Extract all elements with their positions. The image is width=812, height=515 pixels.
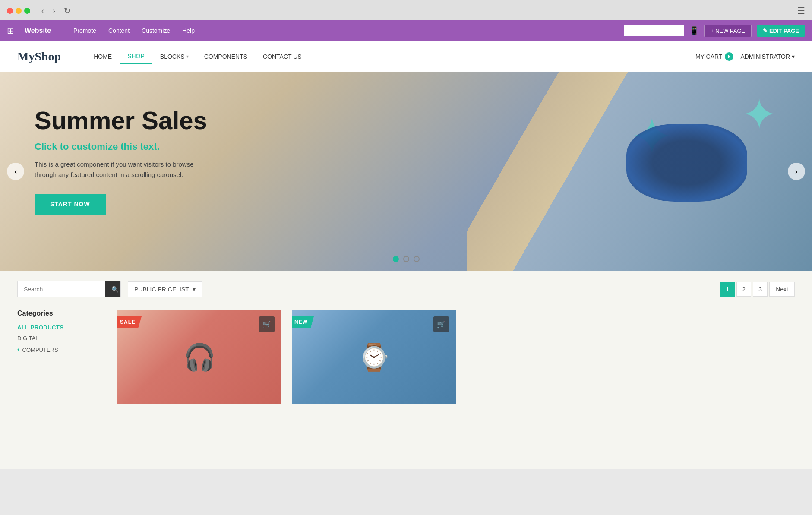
add-to-cart-button-1[interactable]: 🛒: [259, 316, 275, 332]
products-grid: 🎧 SALE 🛒 ⌚ NEW 🛒: [117, 310, 795, 404]
carousel-dots: [393, 256, 420, 262]
search-input[interactable]: [18, 281, 105, 297]
pricelist-label: PUBLIC PRICELIST: [134, 286, 189, 293]
digital-label: DIGITAL: [17, 335, 39, 341]
admin-account-arrow: ▾: [792, 53, 795, 60]
carousel-subtitle[interactable]: Click to customize this text.: [35, 141, 216, 152]
close-button[interactable]: [7, 8, 13, 14]
digital-category[interactable]: DIGITAL: [17, 335, 104, 341]
start-now-button[interactable]: START NOW: [35, 194, 106, 215]
nav-components[interactable]: COMPONENTS: [197, 50, 254, 63]
page-1-button[interactable]: 1: [720, 282, 735, 297]
browser-navigation: ‹ › ↻: [39, 5, 73, 16]
refresh-button[interactable]: ↻: [61, 5, 73, 16]
search-button[interactable]: 🔍: [105, 281, 121, 297]
nav-contact-us[interactable]: CONTACT US: [256, 50, 309, 63]
nav-shop[interactable]: SHOP: [120, 49, 152, 64]
starfish-icon-2: ✦: [741, 89, 777, 140]
admin-search-input[interactable]: [624, 25, 684, 36]
cart-link[interactable]: MY CART 5: [695, 52, 734, 61]
computers-label: COMPUTERS: [22, 347, 58, 353]
product-image-2: ⌚: [292, 310, 456, 404]
admin-nav-content[interactable]: Content: [103, 24, 135, 38]
carousel-content: Summer Sales Click to customize this tex…: [0, 72, 250, 249]
new-page-button[interactable]: + NEW PAGE: [704, 25, 752, 37]
admin-nav-customize[interactable]: Customize: [136, 24, 175, 38]
bullet-icon: •: [17, 346, 20, 354]
all-products-link[interactable]: ALL PRODUCTS: [17, 324, 104, 331]
back-button[interactable]: ‹: [39, 5, 47, 16]
browser-menu-button[interactable]: ☰: [797, 6, 805, 16]
cart-badge: 5: [725, 52, 733, 61]
carousel-description: This is a great component if you want vi…: [35, 159, 199, 180]
product-card-1: 🎧 SALE 🛒: [117, 310, 281, 404]
admin-nav-help[interactable]: Help: [177, 24, 200, 38]
shop-toolbar: 🔍 PUBLIC PRICELIST ▾ 1 2 3 Next: [17, 281, 795, 297]
sidebar: Categories ALL PRODUCTS DIGITAL • COMPUT…: [17, 310, 104, 404]
search-wrapper: 🔍: [17, 281, 121, 297]
new-badge: NEW: [292, 316, 314, 328]
sale-badge: SALE: [117, 316, 142, 328]
shop-area: 🔍 PUBLIC PRICELIST ▾ 1 2 3 Next Categori…: [0, 271, 812, 469]
admin-account-dropdown[interactable]: ADMINISTRATOR ▾: [740, 53, 795, 60]
pricelist-dropdown[interactable]: PUBLIC PRICELIST ▾: [128, 281, 202, 297]
sunglasses-decoration: [626, 124, 747, 202]
nav-home[interactable]: HOME: [87, 50, 119, 63]
carousel-dot-1[interactable]: [393, 256, 399, 262]
carousel-next-button[interactable]: ›: [788, 163, 805, 180]
admin-bar: ⊞ Website Promote Content Customize Help…: [0, 20, 812, 41]
pricelist-arrow: ▾: [193, 286, 196, 293]
mobile-preview-icon[interactable]: 📱: [689, 26, 699, 35]
admin-nav-promote[interactable]: Promote: [68, 24, 101, 38]
product-card-2: ⌚ NEW 🛒: [292, 310, 456, 404]
minimize-button[interactable]: [16, 8, 22, 14]
carousel-dot-2[interactable]: [403, 256, 409, 262]
add-to-cart-button-2[interactable]: 🛒: [433, 316, 449, 332]
maximize-button[interactable]: [24, 8, 30, 14]
carousel-prev-button[interactable]: ‹: [7, 163, 24, 180]
categories-title: Categories: [17, 310, 104, 317]
page-2-button[interactable]: 2: [736, 282, 751, 297]
site-nav: HOME SHOP BLOCKS ▾ COMPONENTS CONTACT US: [87, 49, 695, 64]
admin-nav: Promote Content Customize Help: [68, 24, 200, 38]
shop-content: Categories ALL PRODUCTS DIGITAL • COMPUT…: [17, 310, 795, 404]
admin-bar-right: 📱 + NEW PAGE ✎ EDIT PAGE: [624, 25, 805, 37]
carousel-decoration: ✦ ✦: [467, 72, 812, 271]
edit-page-button[interactable]: ✎ EDIT PAGE: [757, 25, 805, 37]
site-header: MyShop HOME SHOP BLOCKS ▾ COMPONENTS CON…: [0, 41, 812, 72]
computers-category[interactable]: • COMPUTERS: [17, 346, 104, 354]
carousel-title: Summer Sales: [35, 107, 216, 134]
site-logo[interactable]: MyShop: [17, 50, 61, 63]
cart-label: MY CART: [695, 53, 723, 60]
blocks-dropdown-arrow: ▾: [186, 54, 189, 59]
admin-brand[interactable]: Website: [25, 27, 51, 35]
product-image-1: 🎧: [117, 310, 281, 404]
nav-blocks[interactable]: BLOCKS ▾: [153, 50, 196, 63]
traffic-lights: [7, 8, 30, 14]
browser-chrome: ‹ › ↻ ☰: [0, 0, 812, 20]
forward-button[interactable]: ›: [50, 5, 58, 16]
pagination: 1 2 3 Next: [720, 282, 795, 297]
pagination-next-button[interactable]: Next: [769, 282, 795, 297]
site-nav-right: MY CART 5 ADMINISTRATOR ▾: [695, 52, 795, 61]
carousel-dot-3[interactable]: [414, 256, 420, 262]
page-3-button[interactable]: 3: [753, 282, 768, 297]
hero-carousel: ✦ ✦ Summer Sales Click to customize this…: [0, 72, 812, 271]
admin-account-label: ADMINISTRATOR: [740, 53, 790, 60]
grid-icon[interactable]: ⊞: [7, 25, 14, 36]
